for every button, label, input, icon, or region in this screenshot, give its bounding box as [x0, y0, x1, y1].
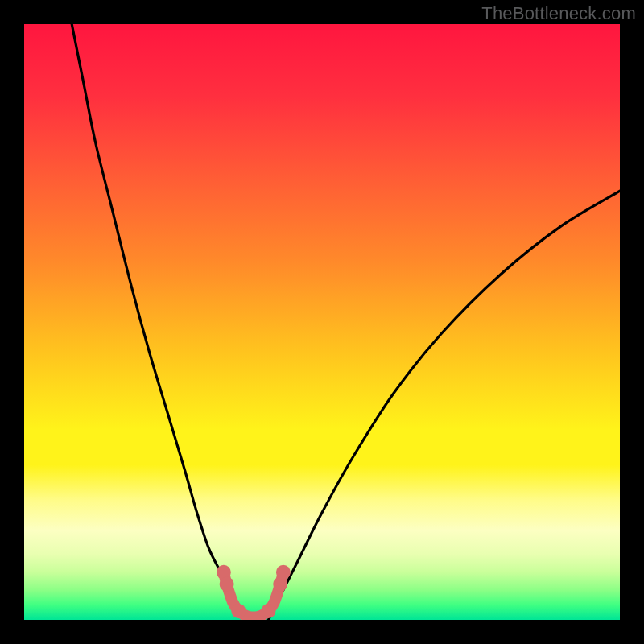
curves-layer: [24, 24, 620, 620]
plot-area: [24, 24, 620, 620]
chart-container: TheBottleneck.com: [0, 0, 644, 644]
right-curve: [268, 191, 620, 620]
left-curve: [72, 24, 245, 620]
svg-point-3: [231, 604, 246, 618]
svg-point-6: [276, 565, 291, 580]
attribution-label: TheBottleneck.com: [481, 3, 636, 24]
svg-point-2: [220, 577, 234, 592]
svg-point-4: [261, 604, 275, 618]
